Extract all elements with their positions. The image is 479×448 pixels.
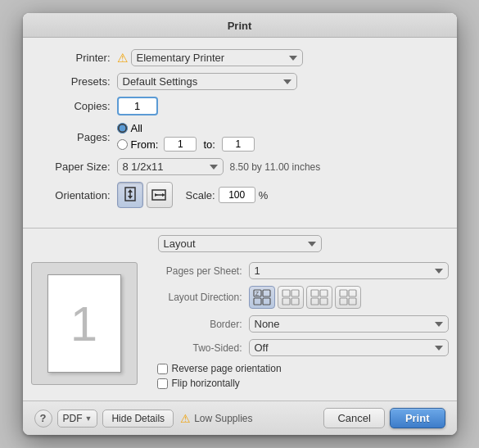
flip-horizontal-checkbox[interactable] xyxy=(157,378,168,389)
pages-row: Pages: All From: to: xyxy=(39,122,441,152)
portrait-icon xyxy=(124,187,137,203)
main-area: 1 Pages per Sheet: 1 Layout Direction: xyxy=(23,262,457,400)
border-row: Border: None xyxy=(151,315,449,333)
landscape-icon xyxy=(151,188,168,201)
presets-label: Presets: xyxy=(39,75,117,88)
hide-details-label: Hide Details xyxy=(111,413,165,424)
svg-rect-14 xyxy=(291,290,299,296)
dir-btn-2[interactable] xyxy=(278,286,304,309)
scale-label: Scale: xyxy=(186,189,215,201)
dir-icon-2 xyxy=(282,289,300,305)
pages-all-line: All xyxy=(117,122,255,134)
low-supplies-indicator: ⚠ Low Supplies xyxy=(180,412,252,425)
title-bar: Print xyxy=(23,13,457,38)
pages-from-radio[interactable] xyxy=(117,139,128,150)
printer-row: Printer: ⚠ Elementary Printer xyxy=(39,49,441,66)
paper-size-row: Paper Size: 8 1/2x11 8.50 by 11.00 inche… xyxy=(39,158,441,175)
hide-details-button[interactable]: Hide Details xyxy=(102,410,174,428)
dir-icon-3 xyxy=(310,289,328,305)
pdf-arrow-icon: ▼ xyxy=(85,414,93,423)
scale-group: Scale: % xyxy=(186,187,269,203)
layout-direction-label: Layout Direction: xyxy=(151,292,249,303)
svg-rect-12 xyxy=(263,298,270,305)
pages-label: Pages: xyxy=(39,131,117,143)
svg-rect-21 xyxy=(340,290,347,296)
pages-from-input[interactable] xyxy=(164,137,197,152)
orientation-label: Orientation: xyxy=(39,189,117,201)
border-select[interactable]: None xyxy=(249,315,449,333)
printer-select[interactable]: Elementary Printer xyxy=(131,49,303,66)
svg-marker-3 xyxy=(128,196,133,199)
print-dialog: Print Printer: ⚠ Elementary Printer Pres… xyxy=(23,13,457,435)
preview-number: 1 xyxy=(70,296,97,352)
page-preview: 1 xyxy=(47,274,121,373)
flip-horizontal-row: Flip horizontally xyxy=(151,378,449,389)
svg-rect-16 xyxy=(291,298,299,305)
pages-all-label: All xyxy=(131,122,142,134)
paper-size-select[interactable]: 8 1/2x11 xyxy=(117,158,224,175)
paper-size-info: 8.50 by 11.00 inches xyxy=(230,161,321,173)
layout-options: Pages per Sheet: 1 Layout Direction: Z xyxy=(151,262,449,392)
warning-supply-icon: ⚠ xyxy=(180,412,191,425)
dir-btn-3[interactable] xyxy=(306,286,332,309)
two-sided-row: Two-Sided: Off xyxy=(151,339,449,356)
reverse-page-row: Reverse page orientation xyxy=(151,363,449,374)
copies-input[interactable] xyxy=(117,97,158,115)
dir-btn-1[interactable]: Z xyxy=(249,286,275,309)
reverse-page-checkbox[interactable] xyxy=(157,364,168,374)
dir-icon-1: Z xyxy=(253,289,271,305)
pages-per-sheet-select[interactable]: 1 xyxy=(249,262,449,279)
printer-warning-icon: ⚠ xyxy=(117,51,128,66)
pages-from-label: From: xyxy=(131,138,159,151)
bottom-bar: ? PDF ▼ Hide Details ⚠ Low Supplies Canc… xyxy=(23,400,457,435)
svg-rect-18 xyxy=(320,290,328,296)
svg-rect-17 xyxy=(311,290,319,296)
copies-row: Copies: xyxy=(39,97,441,115)
svg-rect-23 xyxy=(340,298,347,305)
preview-box: 1 xyxy=(31,262,138,385)
svg-rect-13 xyxy=(282,290,290,296)
printer-select-wrapper: ⚠ Elementary Printer xyxy=(117,49,303,66)
dir-icon-4 xyxy=(339,289,357,305)
dir-btn-4[interactable] xyxy=(335,286,361,309)
svg-rect-22 xyxy=(349,290,356,296)
flip-horizontal-label: Flip horizontally xyxy=(172,378,240,389)
scale-unit: % xyxy=(259,189,269,201)
presets-row: Presets: Default Settings xyxy=(39,73,441,90)
cancel-button[interactable]: Cancel xyxy=(323,408,384,428)
portrait-button[interactable] xyxy=(117,182,143,208)
presets-select[interactable]: Default Settings xyxy=(117,73,297,90)
pdf-button[interactable]: PDF ▼ xyxy=(57,410,98,428)
low-supplies-label: Low Supplies xyxy=(194,413,252,424)
help-label: ? xyxy=(40,412,47,424)
cancel-label: Cancel xyxy=(337,412,370,424)
svg-rect-15 xyxy=(282,298,290,305)
pages-per-sheet-label: Pages per Sheet: xyxy=(151,265,249,277)
pages-to-input[interactable] xyxy=(222,137,255,152)
svg-rect-10 xyxy=(263,290,270,296)
pdf-label: PDF xyxy=(63,413,83,424)
scale-input[interactable] xyxy=(219,187,255,203)
layout-direction-buttons: Z xyxy=(249,286,361,309)
layout-direction-row: Layout Direction: Z xyxy=(151,286,449,309)
reverse-page-label: Reverse page orientation xyxy=(172,363,282,374)
orientation-row: Orientation: Scale: xyxy=(39,182,441,208)
section-select[interactable]: Layout xyxy=(158,235,322,252)
print-label: Print xyxy=(405,412,430,424)
border-label: Border: xyxy=(151,319,249,330)
landscape-button[interactable] xyxy=(147,182,173,208)
print-button[interactable]: Print xyxy=(390,408,445,428)
copies-label: Copies: xyxy=(39,100,117,112)
svg-rect-20 xyxy=(320,298,328,305)
divider-top xyxy=(23,228,457,229)
svg-marker-2 xyxy=(128,189,133,192)
pages-all-radio[interactable] xyxy=(117,123,128,133)
printer-label: Printer: xyxy=(39,52,117,64)
svg-rect-19 xyxy=(311,298,319,305)
pages-radio-group: All From: to: xyxy=(117,122,255,152)
svg-rect-24 xyxy=(349,298,356,305)
two-sided-select[interactable]: Off xyxy=(249,339,449,356)
two-sided-label: Two-Sided: xyxy=(151,342,249,354)
help-button[interactable]: ? xyxy=(34,410,52,428)
form-content: Printer: ⚠ Elementary Printer Presets: D… xyxy=(23,38,457,223)
